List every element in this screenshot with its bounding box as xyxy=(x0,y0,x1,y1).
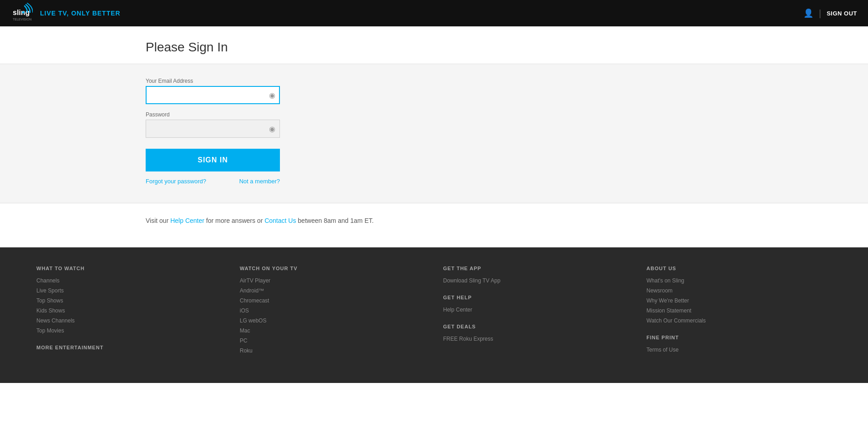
more-entertainment-title: MORE ENTERTAINMENT xyxy=(36,345,222,350)
footer-link-newsroom[interactable]: Newsroom xyxy=(646,287,832,294)
not-member-link[interactable]: Not a member? xyxy=(239,178,280,185)
footer-grid: WHAT TO WATCH Channels Live Sports Top S… xyxy=(36,266,832,365)
footer-link-ios[interactable]: iOS xyxy=(240,307,425,314)
footer-col-get-app: GET THE APP Download Sling TV App GET HE… xyxy=(443,266,629,365)
footer-link-top-shows[interactable]: Top Shows xyxy=(36,297,222,304)
get-help-section: GET HELP Help Center xyxy=(443,295,629,313)
help-text: Visit our Help Center for more answers o… xyxy=(146,217,722,224)
email-input[interactable] xyxy=(146,86,280,104)
more-entertainment-section: MORE ENTERTAINMENT xyxy=(36,345,222,350)
header-tagline: LIVE TV, ONLY BETTER xyxy=(40,10,121,17)
email-clear-icon[interactable]: ◉ xyxy=(269,91,275,100)
footer-link-top-movies[interactable]: Top Movies xyxy=(36,327,222,334)
footer-link-live-sports[interactable]: Live Sports xyxy=(36,287,222,294)
help-text-between: for more answers or xyxy=(204,217,264,224)
svg-text:TELEVISION: TELEVISION xyxy=(13,18,31,21)
password-input[interactable] xyxy=(146,120,280,138)
footer-link-channels[interactable]: Channels xyxy=(36,277,222,284)
footer-link-help-center[interactable]: Help Center xyxy=(443,307,629,313)
footer-col-about: ABOUT US What's on Sling Newsroom Why We… xyxy=(646,266,832,365)
password-group: Password ◉ xyxy=(146,111,722,138)
password-label: Password xyxy=(146,111,722,118)
get-deals-section: GET DEALS FREE Roku Express xyxy=(443,324,629,342)
header-right: 👤 | SIGN OUT xyxy=(803,8,857,19)
footer-link-airtv[interactable]: AirTV Player xyxy=(240,277,425,284)
footer-link-why-better[interactable]: Why We're Better xyxy=(646,297,832,304)
about-us-section: ABOUT US What's on Sling Newsroom Why We… xyxy=(646,266,832,324)
help-text-before: Visit our xyxy=(146,217,170,224)
footer-link-android[interactable]: Android™ xyxy=(240,287,425,294)
watch-on-tv-section: WATCH ON YOUR TV AirTV Player Android™ C… xyxy=(240,266,425,354)
svg-point-3 xyxy=(22,11,25,14)
sign-out-button[interactable]: SIGN OUT xyxy=(827,10,857,17)
sign-in-button[interactable]: SIGN IN xyxy=(146,149,280,171)
footer-link-roku[interactable]: Roku xyxy=(240,347,425,354)
what-to-watch-title: WHAT TO WATCH xyxy=(36,266,222,271)
fine-print-section: FINE PRINT Terms of Use xyxy=(646,335,832,353)
get-deals-title: GET DEALS xyxy=(443,324,629,329)
footer-link-pc[interactable]: PC xyxy=(240,337,425,344)
footer-link-free-roku[interactable]: FREE Roku Express xyxy=(443,336,629,342)
user-icon: 👤 xyxy=(803,8,813,18)
page-title: Please Sign In xyxy=(146,40,722,55)
footer-link-chromecast[interactable]: Chromecast xyxy=(240,297,425,304)
title-area: Please Sign In xyxy=(0,26,868,64)
footer-link-news-channels[interactable]: News Channels xyxy=(36,317,222,324)
watch-on-tv-title: WATCH ON YOUR TV xyxy=(240,266,425,271)
logo[interactable]: sling TELEVISION xyxy=(11,2,33,24)
footer-link-mission[interactable]: Mission Statement xyxy=(646,307,832,314)
get-app-title: GET THE APP xyxy=(443,266,629,271)
help-center-link[interactable]: Help Center xyxy=(170,217,204,224)
help-text-after: between 8am and 1am ET. xyxy=(296,217,373,224)
footer-col-watch-on-tv: WATCH ON YOUR TV AirTV Player Android™ C… xyxy=(240,266,425,365)
fine-print-title: FINE PRINT xyxy=(646,335,832,340)
get-help-title: GET HELP xyxy=(443,295,629,300)
header-left: sling TELEVISION LIVE TV, ONLY BETTER xyxy=(11,2,121,24)
footer-link-mac[interactable]: Mac xyxy=(240,327,425,334)
forgot-password-link[interactable]: Forgot your password? xyxy=(146,178,206,185)
footer-link-kids-shows[interactable]: Kids Shows xyxy=(36,307,222,314)
header: sling TELEVISION LIVE TV, ONLY BETTER 👤 … xyxy=(0,0,868,26)
password-toggle-icon[interactable]: ◉ xyxy=(269,125,275,133)
get-app-section: GET THE APP Download Sling TV App xyxy=(443,266,629,284)
email-group: Your Email Address ◉ xyxy=(146,78,722,104)
footer-link-terms[interactable]: Terms of Use xyxy=(646,347,832,353)
password-input-wrapper: ◉ xyxy=(146,120,280,138)
form-area: Your Email Address ◉ Password ◉ SIGN IN … xyxy=(0,64,868,203)
header-divider: | xyxy=(819,8,821,19)
help-area: Visit our Help Center for more answers o… xyxy=(0,203,868,247)
footer: WHAT TO WATCH Channels Live Sports Top S… xyxy=(0,247,868,383)
footer-link-lgwebos[interactable]: LG webOS xyxy=(240,317,425,324)
footer-link-whats-on-sling[interactable]: What's on Sling xyxy=(646,277,832,284)
footer-link-watch-commercials[interactable]: Watch Our Commercials xyxy=(646,317,832,324)
email-label: Your Email Address xyxy=(146,78,722,84)
contact-us-link[interactable]: Contact Us xyxy=(264,217,296,224)
footer-link-download-sling[interactable]: Download Sling TV App xyxy=(443,277,629,284)
about-us-title: ABOUT US xyxy=(646,266,832,271)
what-to-watch-section: WHAT TO WATCH Channels Live Sports Top S… xyxy=(36,266,222,334)
email-input-wrapper: ◉ xyxy=(146,86,280,104)
footer-col-what-to-watch: WHAT TO WATCH Channels Live Sports Top S… xyxy=(36,266,222,365)
form-links: Forgot your password? Not a member? xyxy=(146,178,280,185)
